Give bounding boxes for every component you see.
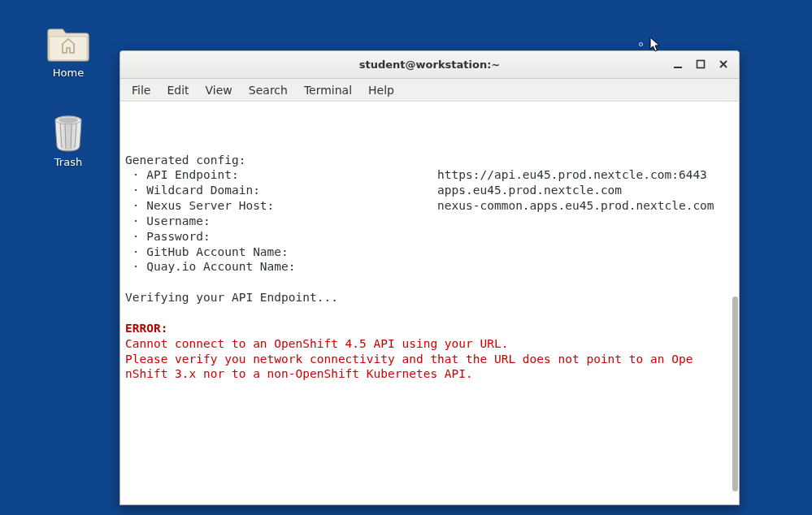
terminal-window: student@workstation:~ File Edit View S <box>119 50 740 505</box>
desktop-icon-home[interactable]: Home <box>36 24 101 79</box>
desktop-icon-trash[interactable]: Trash <box>36 114 101 168</box>
terminal-line <box>125 305 736 321</box>
maximize-icon <box>696 59 706 69</box>
terminal-line: · Username: <box>125 214 736 229</box>
svg-point-2 <box>59 118 78 123</box>
terminal-output[interactable]: Generated config: · API Endpoint: https:… <box>120 102 739 504</box>
menu-help[interactable]: Help <box>360 80 402 100</box>
maximize-button[interactable] <box>690 54 711 74</box>
scrollbar-thumb[interactable] <box>732 296 738 491</box>
menu-view[interactable]: View <box>198 80 241 100</box>
cursor-artifact-icon <box>639 42 643 46</box>
menu-edit[interactable]: Edit <box>158 80 197 100</box>
terminal-line: · Wildcard Domain: apps.eu45.prod.nextcl… <box>125 183 736 198</box>
terminal-line <box>125 137 736 153</box>
desktop-icon-label: Home <box>53 67 84 79</box>
terminal-line: · API Endpoint: https://api.eu45.prod.ne… <box>125 167 736 183</box>
window-title: student@workstation:~ <box>120 58 739 71</box>
scrollbar[interactable] <box>731 102 739 504</box>
terminal-line: Please verify you network connectivity a… <box>125 352 736 367</box>
menubar: File Edit View Search Terminal Help <box>120 79 739 102</box>
terminal-line: Cannot connect to an OpenShift 4.5 API u… <box>125 336 736 352</box>
terminal-line: · Quay.io Account Name: <box>125 259 736 275</box>
terminal-line: Generated config: <box>125 153 736 168</box>
terminal-line: · GitHub Account Name: <box>125 245 736 260</box>
close-icon <box>719 59 728 69</box>
window-controls <box>667 54 734 74</box>
menu-terminal[interactable]: Terminal <box>296 80 360 100</box>
desktop-icon-label: Trash <box>54 156 82 168</box>
terminal-line: · Password: <box>125 229 736 245</box>
window-titlebar[interactable]: student@workstation:~ <box>120 51 739 79</box>
menu-file[interactable]: File <box>124 80 158 100</box>
svg-rect-4 <box>697 61 705 68</box>
minimize-icon <box>673 59 683 69</box>
menu-search[interactable]: Search <box>241 80 296 100</box>
svg-rect-3 <box>674 67 682 68</box>
close-button[interactable] <box>713 54 734 74</box>
terminal-line: · Nexus Server Host: nexus-common.apps.e… <box>125 198 736 214</box>
terminal-line: ERROR: <box>125 321 736 336</box>
minimize-button[interactable] <box>667 54 688 74</box>
terminal-line: nShift 3.x nor to a non-OpenShift Kubern… <box>125 366 736 382</box>
folder-icon <box>46 24 90 63</box>
terminal-line <box>125 275 736 290</box>
trash-icon <box>46 114 90 153</box>
terminal-line: Verifying your API Endpoint... <box>125 290 736 305</box>
